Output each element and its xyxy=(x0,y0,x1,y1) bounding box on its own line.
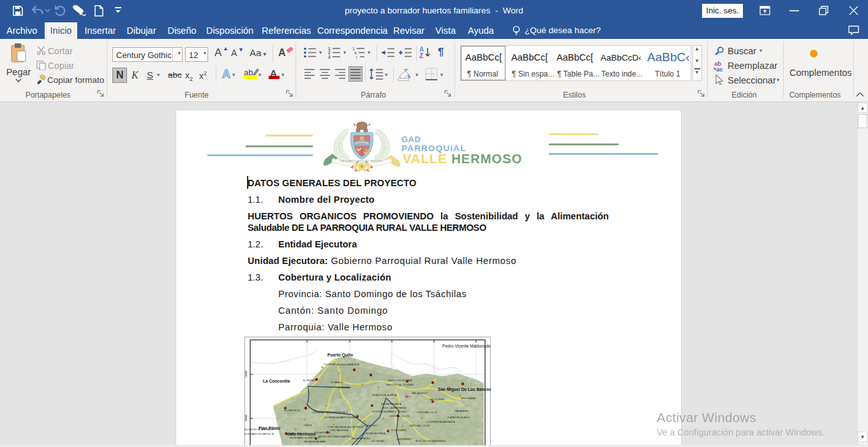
svg-text:La Concordia: La Concordia xyxy=(263,379,290,383)
svg-text:COOP. DESTACAMENTO DEL ORO: COOP. DESTACAMENTO DEL ORO xyxy=(371,411,407,413)
svg-text:EL ROSARIO KILOMETRO 38: EL ROSARIO KILOMETRO 38 xyxy=(244,433,274,436)
svg-text:4 DE FEBRERO: 4 DE FEBRERO xyxy=(396,438,412,441)
svg-text:CRISTOBAL COLON: CRISTOBAL COLON xyxy=(389,415,410,418)
svg-text:BELLA ESPERANZA: BELLA ESPERANZA xyxy=(381,403,402,406)
svg-text:CONCHA COLORADA: CONCHA COLORADA xyxy=(363,432,385,435)
svg-text:CRISTOBAL COLON: CRISTOBAL COLON xyxy=(417,411,438,414)
svg-text:EL DESCANSO: EL DESCANSO xyxy=(391,429,407,432)
svg-text:SAN VICENTE: SAN VICENTE xyxy=(430,399,444,401)
svg-text:COOPERATIVA LA CONCORDIA: COOPERATIVA LA CONCORDIA xyxy=(313,411,345,414)
svg-text:AGUILA-AJAH: AGUILA-AJAH xyxy=(461,397,476,400)
svg-text:EL RECREO: EL RECREO xyxy=(339,386,352,389)
svg-text:EL CRISTAL: EL CRISTAL xyxy=(372,440,384,443)
svg-text:COOPERATIVA UNION GANADERA: COOPERATIVA UNION GANADERA xyxy=(324,363,359,366)
svg-text:DELIRIO LA ULTRA KILOMETRO 5: DELIRIO LA ULTRA KILOMETRO 5 xyxy=(318,436,352,438)
svg-text:PLAYAS DEL BLANCO: PLAYAS DEL BLANCO xyxy=(447,416,470,419)
svg-text:KILOMETRO 41: KILOMETRO 41 xyxy=(284,409,300,412)
svg-text:COOPERATIVA SANTO DOMINGO: COOPERATIVA SANTO DOMINGO xyxy=(324,416,358,419)
svg-text:EL TRIUNFO: EL TRIUNFO xyxy=(303,379,316,382)
svg-text:INSTITUTO DEL OCTUBRE: INSTITUTO DEL OCTUBRE xyxy=(386,384,414,386)
svg-text:MALABARES: MALABARES xyxy=(455,410,468,413)
svg-text:VALLE HERMOSO TERRITORIO PRODU: VALLE HERMOSO TERRITORIO PRODUCTIVO xyxy=(341,160,383,163)
svg-text:240000: 240000 xyxy=(245,414,248,421)
svg-text:ASENT. 9 DE OCTUBRE: ASENT. 9 DE OCTUBRE xyxy=(388,379,413,382)
svg-text:CRISTOBAL COLON: CRISTOBAL COLON xyxy=(409,425,430,427)
svg-text:LA ISLA: LA ISLA xyxy=(304,424,312,427)
svg-text:Puerto Quito: Puerto Quito xyxy=(327,353,353,358)
svg-text:COMO HACIENDA: COMO HACIENDA xyxy=(329,429,348,432)
svg-text:Z: Z xyxy=(419,52,423,59)
svg-text:HACIENDA MALABAR: HACIENDA MALABAR xyxy=(304,441,326,443)
svg-text:KILOMETRO 30: KILOMETRO 30 xyxy=(315,432,331,434)
svg-text:SAN JACINTO: SAN JACINTO xyxy=(412,392,426,395)
svg-text:San Miguel De Los Bancos: San Miguel De Los Bancos xyxy=(438,387,491,392)
svg-text:ac: ac xyxy=(716,66,723,72)
svg-text:ASOC. LA ESPERANZA: ASOC. LA ESPERANZA xyxy=(382,407,407,409)
svg-text:COMO HACIENDA LA CONCORDIA: COMO HACIENDA LA CONCORDIA xyxy=(327,426,363,429)
svg-text:KILOMETRO 32 EL ROSARIO: KILOMETRO 32 EL ROSARIO xyxy=(244,429,274,431)
svg-text:250000: 250000 xyxy=(245,370,248,377)
svg-text:AUTS. DE LOS CAMPESINOS: AUTS. DE LOS CAMPESINOS xyxy=(415,440,446,443)
svg-text:Pedro Vicente Maldonado: Pedro Vicente Maldonado xyxy=(442,344,491,348)
svg-text:KILOMETRO 31: KILOMETRO 31 xyxy=(286,433,302,436)
svg-text:VALLE HERMOSO: VALLE HERMOSO xyxy=(352,437,370,440)
svg-text:KILOMETRO 9: KILOMETRO 9 xyxy=(363,425,378,427)
svg-text:COOPERATIVA MARGARITA: COOPERATIVA MARGARITA xyxy=(426,421,455,423)
svg-text:3: 3 xyxy=(328,55,331,59)
svg-text:EL PARAISO: EL PARAISO xyxy=(331,381,343,384)
svg-text:MIRADOR DE LA SELVA: MIRADOR DE LA SELVA xyxy=(372,394,397,397)
svg-text:i: i xyxy=(356,55,357,59)
svg-text:DEL ROSARIO KILOMETRO 37: DEL ROSARIO KILOMETRO 37 xyxy=(289,437,320,439)
